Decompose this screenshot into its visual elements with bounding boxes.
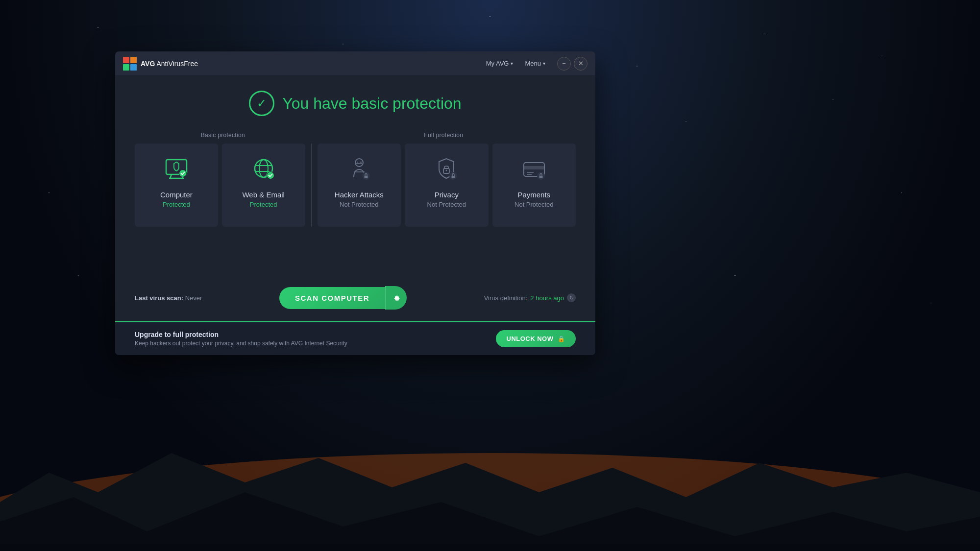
web-email-globe-icon (249, 155, 278, 183)
scan-computer-button[interactable]: SCAN COMPUTER (279, 287, 385, 309)
avg-logo-icon (123, 57, 137, 71)
computer-card-status: Protected (163, 201, 190, 208)
svg-rect-5 (130, 57, 137, 63)
upgrade-text: Upgrade to full protection Keep hackers … (135, 331, 347, 347)
computer-protection-card[interactable]: Computer Protected (135, 144, 218, 227)
basic-cards-row: Computer Protected (135, 144, 311, 227)
full-cards-row: Hacker Attacks Not Protected (312, 144, 576, 227)
title-bar-controls: My AVG ▾ Menu ▾ − ✕ (482, 57, 588, 71)
scan-settings-button[interactable] (385, 286, 407, 310)
scan-button-group: SCAN COMPUTER (279, 286, 407, 310)
svg-rect-3 (0, 544, 980, 551)
status-message: You have basic protection (282, 95, 461, 113)
status-checkmark-icon: ✓ (257, 96, 267, 110)
svg-point-19 (267, 172, 274, 179)
privacy-card-status: Not Protected (427, 201, 466, 208)
my-avg-chevron-icon: ▾ (511, 61, 513, 66)
payments-card-status: Not Protected (514, 201, 554, 208)
svg-rect-4 (123, 57, 129, 63)
computer-card-name: Computer (160, 191, 193, 199)
protection-sections: Basic protection (135, 132, 576, 227)
minimize-button[interactable]: − (557, 57, 571, 71)
payments-protection-card[interactable]: Payments Not Protected (492, 144, 576, 227)
privacy-card-name: Privacy (435, 191, 459, 199)
web-email-card-status: Protected (250, 201, 277, 208)
svg-point-20 (355, 159, 363, 167)
hacker-attacks-card-name: Hacker Attacks (335, 191, 384, 199)
hacker-attacks-icon-wrap (343, 153, 375, 185)
svg-rect-6 (123, 64, 129, 71)
bottom-bar: Last virus scan: Never SCAN COMPUTER Vir… (135, 286, 576, 310)
hacker-attacks-icon (345, 155, 373, 183)
lock-icon: 🔒 (558, 335, 565, 342)
svg-rect-36 (539, 176, 542, 178)
web-email-protection-card[interactable]: Web & Email Protected (222, 144, 305, 227)
mountains-bg (0, 414, 980, 551)
title-bar: AVG AntiVirusFree My AVG ▾ Menu ▾ − ✕ (115, 51, 595, 76)
upgrade-description: Keep hackers out protect your privacy, a… (135, 340, 347, 347)
privacy-protection-card[interactable]: Privacy Not Protected (405, 144, 488, 227)
full-section-label: Full protection (312, 132, 576, 139)
web-email-card-name: Web & Email (242, 191, 284, 199)
web-email-icon-wrap (248, 153, 279, 185)
gear-icon (392, 293, 401, 302)
svg-rect-26 (364, 176, 368, 178)
basic-section-label: Basic protection (135, 132, 311, 139)
svg-rect-7 (130, 64, 137, 71)
upgrade-title: Upgrade to full protection (135, 331, 347, 338)
scan-info: Last virus scan: Never (135, 294, 202, 302)
app-window: AVG AntiVirusFree My AVG ▾ Menu ▾ − ✕ ✓ (115, 51, 595, 355)
computer-icon-wrap (161, 153, 192, 185)
my-avg-button[interactable]: My AVG ▾ (482, 58, 517, 69)
close-button[interactable]: ✕ (574, 57, 588, 71)
status-header: ✓ You have basic protection (249, 91, 461, 116)
window-controls: − ✕ (557, 57, 588, 71)
full-protection-section: Full protection (312, 132, 576, 227)
refresh-icon[interactable]: ↻ (567, 293, 576, 302)
unlock-now-button[interactable]: UNLOCK NOW 🔒 (496, 330, 576, 347)
menu-button[interactable]: Menu ▾ (521, 58, 549, 69)
app-logo: AVG AntiVirusFree (123, 57, 198, 71)
app-title: AVG AntiVirusFree (141, 60, 198, 68)
hacker-attacks-protection-card[interactable]: Hacker Attacks Not Protected (318, 144, 401, 227)
status-circle: ✓ (249, 91, 274, 116)
hacker-attacks-card-status: Not Protected (340, 201, 379, 208)
svg-point-28 (446, 170, 447, 171)
privacy-lock-icon (432, 155, 461, 183)
svg-rect-32 (524, 166, 544, 169)
virus-definition-info: Virus definition: 2 hours ago ↻ (484, 293, 576, 302)
privacy-icon-wrap (431, 153, 462, 185)
computer-shield-icon (162, 155, 191, 183)
menu-chevron-icon: ▾ (543, 61, 545, 66)
svg-rect-30 (452, 176, 455, 178)
upgrade-bar: Upgrade to full protection Keep hackers … (115, 321, 595, 355)
main-content: ✓ You have basic protection Basic protec… (115, 76, 595, 321)
basic-protection-section: Basic protection (135, 132, 311, 227)
payments-card-icon (520, 155, 548, 183)
virus-def-time: 2 hours ago (530, 294, 564, 302)
payments-icon-wrap (518, 153, 550, 185)
payments-card-name: Payments (517, 191, 550, 199)
svg-point-13 (179, 170, 186, 177)
